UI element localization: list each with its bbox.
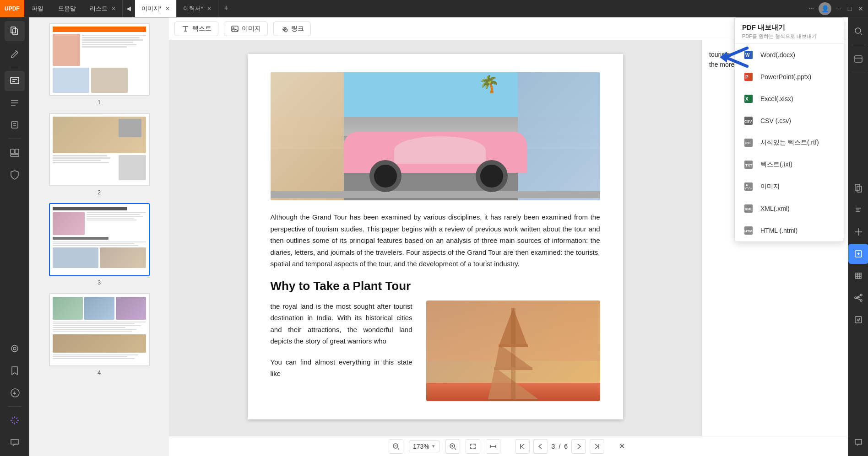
sidebar-layers-icon[interactable] (5, 338, 25, 359)
sidebar-attachment-icon[interactable] (5, 382, 25, 402)
export-item-ppt[interactable]: P PowerPoint(.pptx) (735, 66, 844, 88)
status-close-button[interactable]: ✕ (615, 440, 628, 453)
export-xml-icon: XML (742, 202, 755, 215)
export-rtf-icon: RTF (742, 136, 755, 149)
thumbnail-page-3[interactable]: 3 (49, 203, 150, 286)
tab-bar: UPDF 파일 도움말 리스트 ✕ ◀ 이미지* ✕ 이력서* ✕ + ⋯ 👤 … (0, 0, 868, 17)
export-item-html[interactable]: HTML HTML (.html) (735, 220, 844, 241)
right-share-icon[interactable] (848, 288, 868, 308)
sidebar-pages-icon[interactable] (5, 21, 25, 41)
toolbar-image-button[interactable]: 이미지 (224, 21, 268, 36)
tab-list-close[interactable]: ✕ (111, 6, 116, 11)
tab-list[interactable]: 리스트 ✕ (83, 0, 123, 17)
svg-rect-1 (13, 29, 17, 35)
total-pages: 6 (564, 443, 568, 450)
toolbar-link-button[interactable]: 링크 (273, 21, 311, 36)
sidebar-organize-icon[interactable] (5, 143, 25, 163)
menu-file[interactable]: 파일 (24, 0, 51, 17)
sidebar-stamp-icon[interactable] (5, 115, 25, 135)
page-nav-group: 3 / 6 (515, 439, 604, 454)
thumb-img-2 (49, 113, 150, 186)
thumbnail-page-4[interactable]: 4 (49, 293, 150, 376)
sidebar-bookmark-icon[interactable] (5, 360, 25, 381)
export-item-word[interactable]: W Word(.docx) (735, 44, 844, 66)
svg-rect-15 (499, 344, 528, 347)
tab-scroll-left[interactable]: ⋯ (808, 5, 815, 12)
app-logo: UPDF (0, 0, 24, 17)
body-paragraph-3: You can find almost everything in this s… (271, 356, 412, 380)
sidebar-security-icon[interactable] (5, 165, 25, 185)
tab-resume[interactable]: 이력서* ✕ (177, 0, 218, 17)
toolbar-link-label: 링크 (291, 25, 304, 33)
right-sign-icon[interactable] (848, 310, 868, 330)
prev-page-button[interactable] (533, 439, 548, 454)
export-dropdown[interactable]: PDF 내보내기 PDF를 원하는 형식으로 내보내기 W Word(.docx… (734, 17, 844, 242)
svg-point-26 (855, 297, 857, 299)
fit-page-button[interactable] (466, 439, 480, 454)
thumbnails-panel: 1 (29, 17, 169, 456)
thumbnail-page-1[interactable]: 1 (49, 23, 150, 106)
fit-width-button[interactable] (486, 439, 500, 454)
zoom-in-button[interactable] (445, 439, 460, 454)
sidebar-format-icon[interactable] (5, 93, 25, 113)
right-panel-5-icon[interactable] (848, 266, 868, 286)
svg-rect-5 (15, 149, 19, 154)
user-avatar[interactable]: 👤 (819, 2, 831, 15)
svg-rect-3 (11, 122, 18, 128)
export-item-txt[interactable]: TXT 텍스트(.txt) (735, 154, 844, 176)
export-txt-icon: TXT (742, 158, 755, 171)
tab-image-close[interactable]: ✕ (165, 6, 170, 11)
thumb-label-4: 4 (98, 369, 101, 376)
export-item-rtf[interactable]: RTF 서식있는 텍스트(.rtf) (735, 132, 844, 154)
sidebar-magic-icon[interactable] (5, 410, 25, 430)
last-page-button[interactable] (590, 439, 604, 454)
tab-resume-label: 이력서* (183, 5, 203, 13)
pdf-scroll-area[interactable]: 🌴 Although the Gra (169, 40, 701, 436)
tabs-container: 리스트 ✕ ◀ 이미지* ✕ 이력서* ✕ + (83, 0, 808, 17)
export-item-csv[interactable]: CSV CSV (.csv) (735, 110, 844, 132)
zoom-value: 173% (413, 443, 429, 450)
zoom-display[interactable]: 173% ▼ (409, 440, 440, 452)
zoom-out-button[interactable] (389, 439, 403, 454)
maximize-button[interactable]: □ (846, 5, 853, 12)
thumbnail-page-2[interactable]: 2 (49, 113, 150, 196)
export-excel-label: Excel(.xlsx) (760, 95, 793, 102)
page-nav: 3 / 6 (552, 443, 568, 450)
toolbar-text-button[interactable]: 텍스트 (174, 21, 218, 36)
menu-help[interactable]: 도움말 (51, 0, 83, 17)
next-page-button[interactable] (571, 439, 586, 454)
svg-text:P: P (745, 75, 749, 80)
export-ppt-icon: P (742, 70, 755, 83)
right-chat-icon[interactable] (848, 432, 868, 452)
right-export-icon[interactable] (848, 244, 868, 264)
page-image-car: 🌴 (271, 72, 600, 200)
export-item-image[interactable]: 이미지 (735, 176, 844, 198)
svg-text:W: W (745, 53, 750, 58)
sidebar-chat-icon[interactable] (5, 432, 25, 452)
tab-list-label: 리스트 (90, 5, 108, 13)
tab-resume-close[interactable]: ✕ (207, 6, 212, 11)
first-page-button[interactable] (515, 439, 530, 454)
tab-add-button[interactable]: + (218, 0, 234, 17)
export-item-xml[interactable]: XML XML(.xml) (735, 198, 844, 220)
svg-point-24 (860, 294, 862, 296)
right-search-icon[interactable] (848, 21, 868, 41)
tab-dropdown-arrow[interactable]: ◀ (123, 0, 135, 17)
right-panel-3-icon[interactable] (848, 200, 868, 220)
svg-rect-14 (511, 308, 515, 399)
minimize-button[interactable]: ─ (835, 5, 842, 12)
export-txt-label: 텍스트(.txt) (760, 161, 792, 169)
right-panel-2-icon[interactable] (848, 178, 868, 198)
tab-image[interactable]: 이미지* ✕ (135, 0, 177, 17)
export-item-excel[interactable]: X Excel(.xlsx) (735, 88, 844, 110)
svg-text:XML: XML (745, 207, 753, 211)
right-panel-4-icon[interactable] (848, 222, 868, 242)
export-csv-label: CSV (.csv) (760, 117, 791, 124)
sidebar-edit-icon[interactable] (5, 43, 25, 63)
toolbar-image-label: 이미지 (242, 25, 261, 33)
right-panel-1-icon[interactable] (848, 49, 868, 69)
left-sidebar (0, 17, 29, 456)
close-button[interactable]: ✕ (857, 5, 864, 12)
export-dropdown-subtitle: PDF를 원하는 형식으로 내보내기 (742, 33, 836, 40)
sidebar-comment-icon[interactable] (5, 71, 25, 91)
